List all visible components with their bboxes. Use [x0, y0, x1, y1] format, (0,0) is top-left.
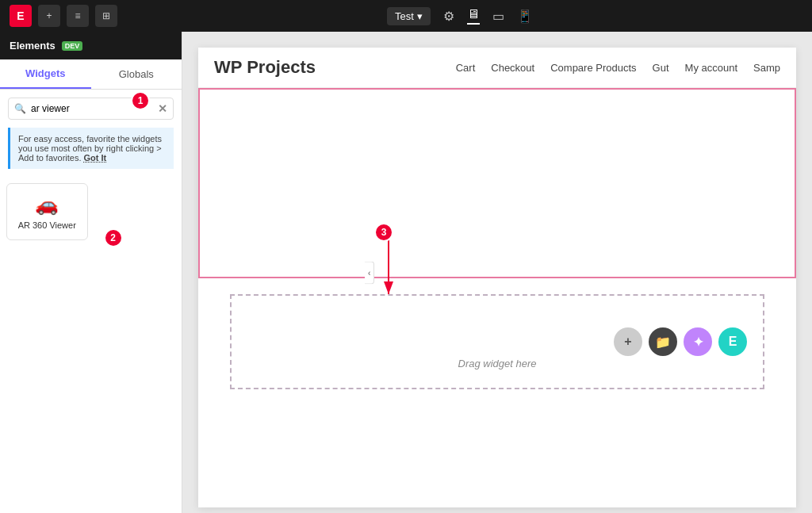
sparkle-button[interactable]: ✦: [684, 327, 712, 356]
search-icon: 🔍: [14, 103, 26, 114]
annotation-2: 2: [104, 228, 123, 247]
nav-compare[interactable]: Compare Products: [550, 62, 636, 74]
main: Elements DEV Widgets Globals 🔍 1 ✕ For e…: [0, 32, 812, 513]
preview-page: WP Projects Cart Checkout Compare Produc…: [198, 48, 796, 507]
settings-icon[interactable]: ⚙: [443, 9, 454, 24]
canvas: WP Projects Cart Checkout Compare Produc…: [182, 32, 812, 513]
nav-checkout[interactable]: Checkout: [491, 62, 534, 74]
tab-globals[interactable]: Globals: [91, 59, 182, 89]
nav-account[interactable]: My account: [685, 62, 737, 74]
elementor-logo: E: [10, 5, 32, 27]
widget-label: AR 360 Viewer: [18, 220, 76, 230]
layers-icon[interactable]: ⊞: [95, 5, 117, 27]
top-bar-left: E + ≡ ⊞: [10, 5, 117, 27]
clear-search-button[interactable]: ✕: [158, 102, 167, 115]
tab-widgets[interactable]: Widgets: [0, 59, 91, 89]
annotation-3: 3: [374, 223, 393, 242]
nav-samp[interactable]: Samp: [753, 62, 780, 74]
search-container: 🔍 1 ✕: [0, 90, 182, 128]
drop-zone-actions: + 📁 ✦ E: [614, 327, 747, 356]
nav-links: Cart Checkout Compare Products Gut My ac…: [456, 62, 780, 74]
ar360-icon: 🚗: [35, 193, 59, 216]
top-bar-center: Test ▾ ⚙ 🖥 ▭ 📱: [387, 7, 533, 25]
preview-nav: WP Projects Cart Checkout Compare Produc…: [198, 48, 796, 88]
tip-box: For easy access, favorite the widgets yo…: [8, 128, 174, 169]
add-widget-button[interactable]: +: [614, 327, 642, 356]
sidebar-header: Elements DEV: [0, 32, 182, 59]
tablet-icon[interactable]: ▭: [492, 9, 504, 24]
nav-gut[interactable]: Gut: [653, 62, 669, 74]
sidebar: Elements DEV Widgets Globals 🔍 1 ✕ For e…: [0, 32, 182, 513]
desktop-icon[interactable]: 🖥: [467, 7, 480, 25]
collapse-sidebar-button[interactable]: ‹: [365, 261, 374, 284]
elementor-button[interactable]: E: [718, 327, 747, 356]
chevron-down-icon: ▾: [417, 10, 423, 22]
pink-section: [198, 88, 796, 278]
sidebar-title: Elements: [10, 40, 56, 52]
sliders-icon[interactable]: ≡: [67, 5, 89, 27]
drag-label: Drag widget here: [458, 358, 537, 369]
add-button[interactable]: +: [38, 5, 60, 27]
drop-zone-content: + 📁 ✦ E Drag widget here: [458, 315, 537, 369]
top-bar: E + ≡ ⊞ Test ▾ ⚙ 🖥 ▭ 📱: [0, 0, 812, 32]
drop-zone[interactable]: + 📁 ✦ E Drag widget here: [230, 294, 764, 389]
site-logo: WP Projects: [214, 57, 316, 78]
folder-button[interactable]: 📁: [649, 327, 677, 356]
nav-cart[interactable]: Cart: [456, 62, 476, 74]
widgets-grid: 🚗 AR 360 Viewer 2: [0, 177, 182, 247]
widget-ar360viewer[interactable]: 🚗 AR 360 Viewer 2: [6, 183, 88, 240]
dev-badge: DEV: [62, 41, 83, 51]
sidebar-tabs: Widgets Globals: [0, 59, 182, 90]
got-it-link[interactable]: Got It: [84, 153, 107, 163]
annotation-1: 1: [131, 91, 150, 110]
mobile-icon[interactable]: 📱: [517, 9, 533, 24]
test-button[interactable]: Test ▾: [387, 7, 431, 25]
